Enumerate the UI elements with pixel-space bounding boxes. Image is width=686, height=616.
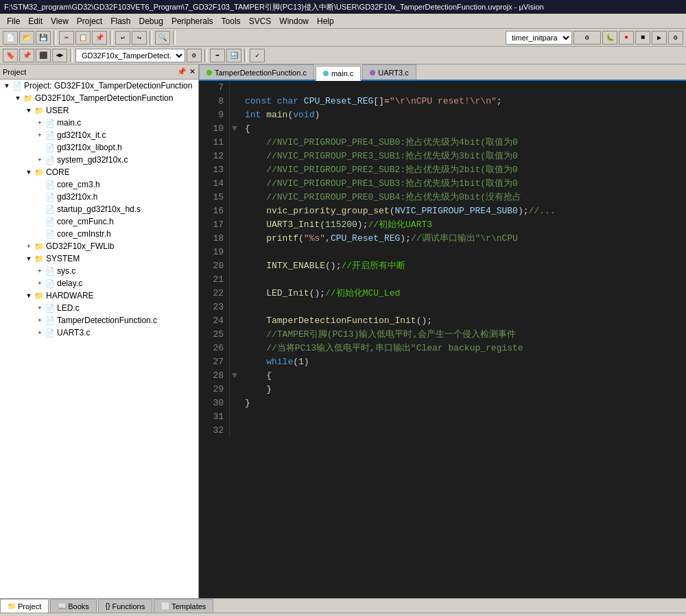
bottom-tab-books[interactable]: 📖Books [50,599,97,613]
cut-btn[interactable]: ✂ [59,31,74,45]
tree-item[interactable]: ▼📁HARDWARE [0,289,198,302]
fold-icon[interactable] [230,342,239,355]
copy-btn[interactable]: 📋 [75,31,91,45]
save-btn[interactable]: 💾 [36,31,51,45]
menu-item-peripherals[interactable]: Peripherals [167,15,217,27]
fold-icon[interactable] [230,314,239,328]
line-content [239,300,686,314]
tab-main-c[interactable]: main.c [316,66,361,81]
fold-icon[interactable] [230,355,239,369]
menu-item-svcs[interactable]: SVCS [245,15,276,27]
menu-item-flash[interactable]: Flash [106,15,134,27]
project-dropdown[interactable]: GD32F10x_TamperDetect... [75,49,185,62]
tree-item[interactable]: 📄gd32f10x.h [0,191,198,203]
fold-icon[interactable] [230,328,239,342]
tab-UART3-c[interactable]: UART3.c [362,64,416,80]
tree-item[interactable]: +📄LED.c [0,302,198,314]
line-content: //NVIC_PRIGROUP_PRE3_SUB1:抢占优先级为3bit(取值为… [239,150,686,163]
fold-icon[interactable]: ▼ [230,369,239,383]
tree-item[interactable]: +📄delay.c [0,277,198,289]
bookmark2-btn[interactable]: 📌 [19,49,34,62]
menu-item-tools[interactable]: Tools [217,15,245,27]
bookmark-btn[interactable]: 🔖 [3,49,18,62]
tab-TamperDetectionFunction-c[interactable]: TamperDetectionFunction.c [199,64,314,80]
menu-item-view[interactable]: View [47,15,73,27]
indent-btn[interactable]: ◀▶ [52,49,67,62]
menu-item-file[interactable]: File [3,15,24,27]
tree-item[interactable]: 📄gd32f10x_libopt.h [0,141,198,154]
menu-item-edit[interactable]: Edit [24,15,47,27]
arrow-btn[interactable]: ➡ [210,49,225,62]
paste-btn[interactable]: 📌 [92,31,107,45]
step-btn[interactable]: ▶ [652,31,667,45]
tree-item[interactable]: +📄TamperDetectionFunction.c [0,314,198,327]
pin-icon[interactable]: 📌 [177,67,187,76]
tree-item[interactable]: ▼📁CORE [0,166,198,178]
tree-item[interactable]: +📁GD32F10x_FWLib [0,240,198,252]
file-icon: 📄 [45,205,55,214]
fold-icon[interactable] [230,95,239,108]
fold-icon[interactable] [230,424,239,438]
tree-toggle-icon: ▼ [25,292,33,299]
fold-icon[interactable] [230,136,239,150]
bottom-tab-templates[interactable]: ⬜Templates [154,599,213,613]
arrow2-btn[interactable]: 🔙 [226,49,241,62]
undo-btn[interactable]: ↩ [115,31,130,45]
tree-item[interactable]: ▼📁SYSTEM [0,252,198,265]
tree-item[interactable]: 📄core_cm3.h [0,178,198,191]
tree-item[interactable]: +📄system_gd32f10x.c [0,154,198,166]
code-editor[interactable]: 7 8 const char CPU_Reset_REG[]="\r\nCPU … [199,81,686,598]
fold-icon[interactable] [230,232,239,246]
bottom-tab-functions[interactable]: {}Functions [98,599,152,613]
fold-icon[interactable] [230,204,239,218]
fold-icon[interactable] [230,108,239,122]
fold-icon[interactable] [230,191,239,204]
tree-item[interactable]: ▼📄Project: GD32F10x_TamperDetectionFunct… [0,80,198,92]
tree-item[interactable]: ▼📁GD32F10x_TamperDetectionFunction [0,92,198,104]
bottom-tab-project[interactable]: 📁Project [0,599,49,613]
tree-item-label: core_cmInstr.h [57,229,111,239]
fold-icon[interactable] [230,163,239,177]
fold-icon[interactable] [230,259,239,273]
tree-item[interactable]: +📄main.c [0,117,198,129]
tree-item[interactable]: ▼📁USER [0,104,198,117]
settings-btn[interactable]: ⚙ [668,31,683,45]
menu-item-project[interactable]: Project [73,15,106,27]
menu-item-debug[interactable]: Debug [135,15,167,27]
folder-icon: 📁 [34,242,44,251]
tree-item[interactable]: 📄core_cmInstr.h [0,228,198,240]
tree-item[interactable]: +📄UART3.c [0,327,198,339]
redo-btn[interactable]: ↪ [132,31,147,45]
menu-item-window[interactable]: Window [275,15,313,27]
tree-item[interactable]: +📄gd32f10x_it.c [0,129,198,141]
run-btn[interactable]: ● [619,31,634,45]
build-btn[interactable]: ⚙ [573,31,601,45]
fold-icon[interactable] [230,410,239,424]
stop-btn[interactable]: ■ [635,31,650,45]
fold-icon[interactable] [230,218,239,232]
open-btn[interactable]: 📂 [19,31,34,45]
file-icon: 📄 [45,267,55,276]
spell-btn[interactable]: ✓ [250,49,265,62]
tree-item[interactable]: 📄core_cmFunc.h [0,215,198,228]
target-dropdown[interactable]: timer_initpara [506,31,572,45]
close-icon[interactable]: ✕ [189,67,196,76]
fold-icon[interactable] [230,273,239,287]
menu-item-help[interactable]: Help [313,15,338,27]
tree-item[interactable]: +📄sys.c [0,265,198,277]
bookmark3-btn[interactable]: ⬛ [36,49,51,62]
fold-icon[interactable] [230,396,239,410]
fold-icon[interactable] [230,177,239,191]
new-btn[interactable]: 📄 [3,31,18,45]
fold-icon[interactable]: ▼ [230,122,239,136]
tree-item[interactable]: 📄startup_gd32f10x_hd.s [0,203,198,215]
find-btn[interactable]: 🔍 [155,31,170,45]
fold-icon[interactable] [230,246,239,259]
fold-icon[interactable] [230,383,239,396]
fold-icon[interactable] [230,81,239,95]
debug-btn[interactable]: 🐛 [602,31,617,45]
fold-icon[interactable] [230,300,239,314]
fold-icon[interactable] [230,150,239,163]
fold-icon[interactable] [230,287,239,300]
proj-settings-btn[interactable]: ⚙ [187,49,202,62]
